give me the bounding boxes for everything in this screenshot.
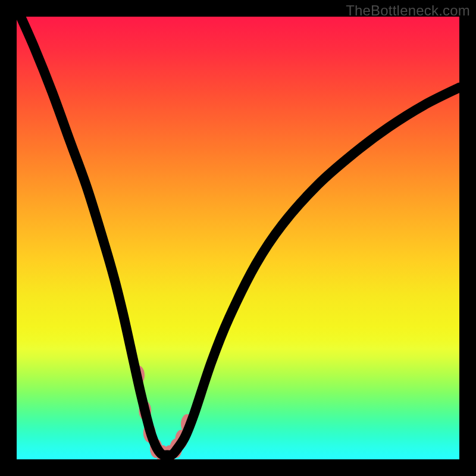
watermark-text: TheBottleneck.com bbox=[346, 2, 470, 19]
chart-svg bbox=[17, 17, 459, 459]
plot-area bbox=[17, 17, 459, 459]
figure-frame: TheBottleneck.com bbox=[0, 0, 476, 476]
bottleneck-curve bbox=[17, 17, 459, 455]
